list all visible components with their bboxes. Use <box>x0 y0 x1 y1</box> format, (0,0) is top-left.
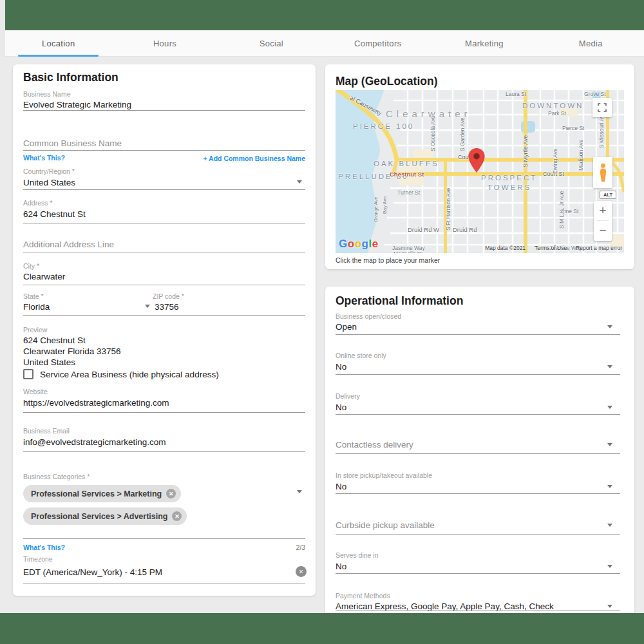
curbside-pickup-select[interactable]: Curbside pickup available <box>336 520 435 530</box>
field-underline <box>23 412 305 413</box>
chevron-down-icon[interactable] <box>297 180 302 184</box>
address-field[interactable]: 624 Chestnut St <box>23 209 86 219</box>
website-field[interactable]: https://evolvedstrategicmarketing.com <box>23 398 169 408</box>
map-card-title: Map (GeoLocation) <box>336 75 437 88</box>
tab-hours[interactable]: Hours <box>111 30 218 56</box>
map-hint-text: Click the map to place your marker <box>336 256 440 264</box>
close-icon[interactable]: ✕ <box>166 489 176 498</box>
business-email-field[interactable]: info@evolvedstrategicmarketing.com <box>23 437 166 447</box>
field-underline <box>23 285 305 285</box>
category-chip-label: Professional Services > Advertising <box>31 512 167 521</box>
google-map[interactable]: Clearwater DOWNTOWN PIERCE 100 OAK BLUFF… <box>336 90 624 253</box>
map-street-label: Chestnut St <box>390 171 424 178</box>
map-street-label: S Myrtle Ave <box>522 135 529 167</box>
tab-marketing[interactable]: Marketing <box>431 30 537 56</box>
tab-media[interactable]: Media <box>538 30 644 56</box>
field-underline <box>23 252 305 252</box>
map-street-label: S Ft Harrison Ave <box>445 188 451 231</box>
in-store-pickup-select[interactable]: No <box>336 482 346 491</box>
map-card: Map (GeoLocation) <box>325 64 634 269</box>
map-marker-icon[interactable] <box>468 148 485 173</box>
delivery-select[interactable]: No <box>336 402 346 412</box>
chevron-down-icon[interactable] <box>607 406 612 409</box>
serves-dine-in-label: Serves dine in <box>336 551 379 559</box>
tab-competitors[interactable]: Competitors <box>325 30 431 56</box>
add-common-business-name-link[interactable]: + Add Common Business Name <box>203 155 305 162</box>
payment-methods-select[interactable]: American Express, Google Pay, Apple Pay,… <box>336 601 554 611</box>
categories-counter: 2/3 <box>296 544 305 551</box>
fullscreen-icon <box>597 102 607 113</box>
common-business-name-field[interactable]: Common Business Name <box>23 138 122 148</box>
business-categories-label: Business Categories * <box>23 473 90 480</box>
chevron-down-icon[interactable] <box>607 524 612 527</box>
map-street-label: Turner St <box>397 189 420 196</box>
category-chip-label: Professional Services > Marketing <box>31 489 162 498</box>
additional-address-field[interactable]: Additional Address Line <box>23 240 114 249</box>
field-underline <box>23 189 305 190</box>
contactless-delivery-select[interactable]: Contactless delivery <box>336 440 413 450</box>
zoom-out-button[interactable]: − <box>594 221 612 240</box>
tab-label: Location <box>42 39 75 48</box>
delivery-label: Delivery <box>336 392 360 400</box>
field-underline <box>23 223 305 223</box>
map-street-label: Park St <box>548 110 566 117</box>
business-name-field[interactable]: Evolved Strategic Marketing <box>23 100 131 109</box>
field-underline <box>23 315 305 316</box>
field-underline <box>23 583 305 583</box>
chevron-down-icon[interactable] <box>607 443 612 446</box>
categories-whats-this-link[interactable]: What's This? <box>23 544 65 551</box>
business-open-closed-select[interactable]: Open <box>336 322 357 332</box>
field-underline <box>336 493 620 494</box>
field-underline <box>336 453 620 454</box>
zoom-in-button[interactable]: + <box>594 201 612 220</box>
country-select[interactable]: United States <box>23 178 75 187</box>
map-label-area: PROSPECT <box>481 174 537 182</box>
state-label: State * <box>23 292 44 300</box>
app-footer-bar <box>0 613 644 644</box>
tab-location[interactable]: Location <box>5 30 111 56</box>
pegman-icon <box>598 162 609 184</box>
field-underline <box>336 573 620 574</box>
clear-icon[interactable]: ✕ <box>296 566 307 577</box>
zip-field[interactable]: 33756 <box>155 302 179 312</box>
map-street-label: S M.L.K. Jr Ave <box>558 191 565 229</box>
pegman-button[interactable] <box>593 157 612 188</box>
chevron-down-icon[interactable] <box>607 325 612 328</box>
timezone-field[interactable]: EDT (America/New_York) - 4:15 PM <box>23 567 162 577</box>
business-name-label: Business Name <box>23 90 71 98</box>
tab-social[interactable]: Social <box>218 30 325 56</box>
map-street-label: Ewing Ave <box>552 148 558 174</box>
city-field[interactable]: Clearwater <box>23 272 65 281</box>
business-open-closed-label: Business open/closed <box>336 312 401 320</box>
field-underline <box>336 334 620 335</box>
tab-bar: Location Hours Social Competitors Market… <box>5 30 644 57</box>
chevron-down-icon[interactable] <box>607 565 612 568</box>
map-label-area: PIERCE 100 <box>353 122 414 130</box>
map-label-area: TOWERS <box>488 184 531 191</box>
map-street-label: S Osceola Ave <box>430 115 436 151</box>
field-underline <box>23 150 305 151</box>
close-icon[interactable]: ✕ <box>172 511 182 521</box>
field-underline <box>336 611 620 611</box>
serves-dine-in-select[interactable]: No <box>336 562 346 571</box>
operational-information-card: Operational Information Business open/cl… <box>325 287 634 621</box>
fullscreen-button[interactable] <box>592 98 612 117</box>
report-map-error-link[interactable]: Report a map error <box>576 245 622 251</box>
field-underline <box>23 451 305 452</box>
address-label: Address * <box>23 199 53 207</box>
chevron-down-icon[interactable] <box>297 490 302 493</box>
chevron-down-icon[interactable] <box>607 605 612 608</box>
state-select[interactable]: Florida <box>23 302 50 312</box>
service-area-checkbox[interactable] <box>23 369 33 379</box>
basic-information-card: Basic Information Business Name Evolved … <box>13 64 316 596</box>
map-street-label: Grove St <box>584 91 606 97</box>
terms-of-use-link[interactable]: Terms of Use <box>535 245 567 251</box>
online-store-only-select[interactable]: No <box>336 362 346 372</box>
whats-this-link[interactable]: What's This? <box>23 154 65 162</box>
map-street-label: Madison Ave <box>578 139 584 171</box>
chevron-down-icon[interactable] <box>145 305 150 308</box>
chevron-down-icon[interactable] <box>607 365 612 368</box>
map-street-label: S Garden Ave <box>459 117 466 151</box>
service-area-label: Service Area Business (hide physical add… <box>40 370 219 379</box>
chevron-down-icon[interactable] <box>607 485 612 488</box>
